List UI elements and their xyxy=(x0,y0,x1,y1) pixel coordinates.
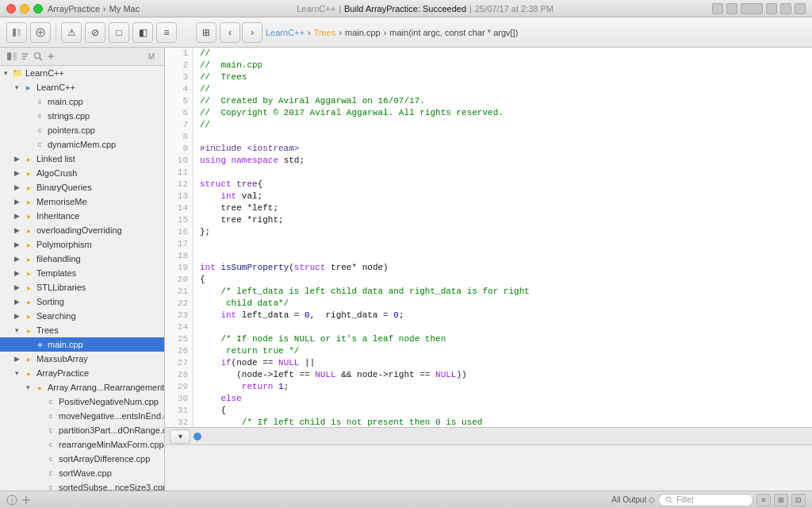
settings-btn[interactable]: ≡ xyxy=(156,22,177,43)
sidebar-label-linked-list: Linked list xyxy=(36,154,75,164)
sidebar-item-sortedsubse[interactable]: c sortedSubse...nceSize3.cpp A xyxy=(0,480,164,491)
add-icon xyxy=(46,52,56,61)
sidebar-item-filehandling[interactable]: ▶ ▸ filehandling xyxy=(0,252,164,266)
sidebar-item-pointers-cpp[interactable]: c pointers.cpp xyxy=(0,123,164,137)
sidebar-item-trees-main[interactable]: ◈ main.cpp xyxy=(0,337,164,352)
sidebar-item-sorting[interactable]: ▶ ▸ Sorting xyxy=(0,294,164,309)
bottom-btn-1[interactable]: ≡ xyxy=(756,494,771,506)
forward-btn[interactable]: › xyxy=(242,22,262,43)
minimize-button[interactable] xyxy=(20,4,29,13)
svg-point-10 xyxy=(35,53,40,59)
sidebar-label-main-cpp: main.cpp xyxy=(48,97,83,106)
split-pane-btn[interactable] xyxy=(780,3,791,14)
breadcrumb-bar: LearnC++ › Trees › main.cpp › main(int a… xyxy=(266,28,806,37)
sidebar-item-sortarraydiff[interactable]: c sortArrayDifference.cpp xyxy=(0,452,164,466)
navigator-icon xyxy=(12,28,21,37)
sidebar-header: M xyxy=(0,48,164,66)
editor-content[interactable]: 1 2 3 4 5 6 7 8 9 10 11 12 13 14 15 16 1… xyxy=(165,48,812,427)
expand-btn[interactable]: ▾ xyxy=(170,429,190,444)
list-view-btn[interactable] xyxy=(712,3,723,14)
sort-icon xyxy=(21,52,30,61)
sidebar-item-positivenegative[interactable]: c PositiveNegativeNum.cpp xyxy=(0,394,164,409)
build-time: 25/07/17 at 2:38 PM xyxy=(475,4,553,13)
output-label: All Output ◇ xyxy=(611,495,655,504)
sidebar-item-main-cpp[interactable]: c main.cpp xyxy=(0,94,164,109)
bookmark-btn[interactable]: □ xyxy=(109,22,129,43)
sidebar-label-filehandling: filehandling xyxy=(36,254,81,264)
traffic-lights xyxy=(6,4,43,13)
close-button[interactable] xyxy=(6,4,16,13)
sidebar-label-algocrush: AlgoCrush xyxy=(36,168,77,178)
refresh-btn[interactable] xyxy=(726,3,737,14)
navigator-btn[interactable] xyxy=(6,22,27,43)
filter-placeholder: Filter xyxy=(676,495,694,504)
toolbar-divider xyxy=(56,23,56,42)
sidebar-item-sortwave[interactable]: c sortWave.cpp xyxy=(0,466,164,480)
sidebar-item-linked-list[interactable]: ▶ ▸ Linked list xyxy=(0,152,164,166)
sidebar-label-trees: Trees xyxy=(36,325,59,335)
toolbar: ⚠ ⊘ □ ◧ ≡ ⊞ ‹ › LearnC++ › Trees › main.… xyxy=(0,17,812,48)
maximize-button[interactable] xyxy=(33,4,43,13)
breadcrumb-function[interactable]: main(int argc, const char * argv[]) xyxy=(389,28,518,37)
svg-rect-5 xyxy=(7,52,11,60)
sidebar-item-movenegative[interactable]: c moveNegative...entsInEnd.cpp xyxy=(0,409,164,423)
sidebar-item-polymorphism[interactable]: ▶ ▸ Polymorphism xyxy=(0,237,164,252)
sidebar-item-dynamicmem[interactable]: c dynamicMem.cpp xyxy=(0,137,164,152)
sidebar-item-inheritance[interactable]: ▶ ▸ Inheritance xyxy=(0,209,164,223)
sidebar-label-binaryqueries: BinaryQueries xyxy=(36,183,92,192)
sidebar-label-stllibraries: STLLibraries xyxy=(36,283,86,292)
sidebar-item-overloading[interactable]: ▶ ▸ overloadingOverriding xyxy=(0,223,164,237)
sidebar-item-rearrangeminmax[interactable]: c rearrangeMinMaxForm.cpp A xyxy=(0,437,164,452)
sidebar-item-memoriseme[interactable]: ▶ ▸ MemoriseMe xyxy=(0,194,164,209)
status-left: i xyxy=(6,495,32,506)
mac-name: My Mac xyxy=(109,4,140,13)
filter-search-icon xyxy=(665,496,673,504)
bottom-btn-2[interactable]: ⊞ xyxy=(774,494,788,506)
sidebar-label-learncpp: LearnC++ xyxy=(36,83,75,92)
filter-box[interactable]: Filter xyxy=(658,494,753,506)
sidebar-label-sortedsubse: sortedSubse...nceSize3.cpp xyxy=(59,483,165,491)
sidebar-item-learncpp-root[interactable]: ▾ 📁 LearnC++ xyxy=(0,66,164,80)
bottom-btn-3[interactable]: ⊡ xyxy=(791,494,806,506)
sidebar-item-templates[interactable]: ▶ ▸ Templates xyxy=(0,266,164,280)
warning-btn[interactable]: ⚠ xyxy=(61,22,82,43)
sidebar-item-arraypractice[interactable]: ▾ ▸ ArrayPractice xyxy=(0,366,164,380)
sidebar-item-binaryqueries[interactable]: ▶ ▸ BinaryQueries xyxy=(0,180,164,194)
sidebar-label-inheritance: Inheritance xyxy=(36,211,79,221)
sidebar-label-partition3part: partition3Part...dOnRange.cpp xyxy=(59,425,165,435)
find-btn[interactable]: ◧ xyxy=(132,22,153,43)
sidebar-item-trees[interactable]: ▾ ▸ Trees xyxy=(0,323,164,337)
hierarchy-btn[interactable] xyxy=(30,22,51,43)
back-forward-btn[interactable] xyxy=(741,3,763,14)
single-pane-btn[interactable] xyxy=(766,3,777,14)
sidebar-label-positivenegative: PositiveNegativeNum.cpp xyxy=(59,397,159,406)
sidebar-label-strings-cpp: strings.cpp xyxy=(48,111,90,121)
sidebar-item-stllibraries[interactable]: ▶ ▸ STLLibraries xyxy=(0,280,164,294)
sidebar-label-memoriseme: MemoriseMe xyxy=(36,197,87,206)
plus-icon xyxy=(21,495,32,506)
breadcrumb-main-cpp[interactable]: main.cpp xyxy=(345,28,381,37)
title-center: ArrayPractice › My Mac LearnC++ | Build … xyxy=(48,4,707,13)
sidebar-item-learncpp[interactable]: ▾ ▸ LearnC++ xyxy=(0,80,164,94)
sidebar-item-algocrush[interactable]: ▶ ▸ AlgoCrush xyxy=(0,166,164,180)
error-btn[interactable]: ⊘ xyxy=(85,22,105,43)
svg-rect-1 xyxy=(17,29,21,37)
sidebar-item-strings-cpp[interactable]: c strings.cpp xyxy=(0,109,164,123)
sidebar-label-templates: Templates xyxy=(36,268,76,278)
nav-arrows: ‹ › xyxy=(220,22,262,43)
breadcrumb-learncpp[interactable]: LearnC++ xyxy=(266,28,304,37)
triple-pane-btn[interactable] xyxy=(795,3,806,14)
breadcrumb-trees[interactable]: Trees xyxy=(314,28,336,37)
nav-grid-btn[interactable]: ⊞ xyxy=(196,22,216,43)
sidebar-label-polymorphism: Polymorphism xyxy=(36,240,92,249)
title-bar: ArrayPractice › My Mac LearnC++ | Build … xyxy=(0,0,812,17)
sidebar-item-array-arrange[interactable]: ▾ ▸ Array Arrang...Rearrangement xyxy=(0,380,164,394)
sidebar-item-partition3part[interactable]: c partition3Part...dOnRange.cpp xyxy=(0,423,164,437)
app-name: ArrayPractice xyxy=(48,4,100,13)
sidebar-item-maxsubarray[interactable]: ▶ ▸ MaxsubArray xyxy=(0,352,164,366)
code-editor[interactable]: // // main.cpp // Trees // // Created by… xyxy=(193,48,812,427)
back-btn[interactable]: ‹ xyxy=(220,22,240,43)
svg-line-19 xyxy=(671,501,673,503)
svg-rect-6 xyxy=(13,52,17,60)
sidebar-item-searching[interactable]: ▶ ▸ Searching xyxy=(0,309,164,323)
